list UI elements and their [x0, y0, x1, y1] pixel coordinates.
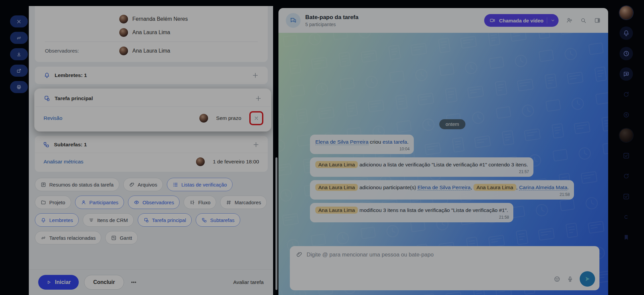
- parent-task-icon: [44, 95, 50, 102]
- letter-c-icon[interactable]: [620, 210, 633, 224]
- refresh-icon[interactable]: [620, 88, 633, 101]
- gantt-icon: [111, 235, 117, 241]
- hash-icon: [226, 200, 232, 205]
- paperclip-icon: [129, 182, 135, 188]
- chat-bubble-icon: [286, 13, 301, 28]
- send-button[interactable]: [580, 271, 595, 287]
- screen: Fernanda Belém Neres Ana Laura Lima Obse…: [0, 0, 644, 295]
- observers-row: Observadores: Ana Laura Lima: [45, 47, 258, 55]
- user-link[interactable]: Elena de Silva Perreira: [417, 185, 471, 191]
- chip-subtarefas[interactable]: Subtarefas: [196, 213, 240, 227]
- slider-left-rail: [10, 15, 28, 93]
- start-task-button[interactable]: Iniciar: [38, 275, 79, 290]
- bell-icon[interactable]: [620, 26, 633, 40]
- user-name-pill[interactable]: Ana Laura Lima: [315, 161, 358, 168]
- user-link[interactable]: Elena de Silva Perreira: [315, 139, 369, 145]
- side-panel-icon[interactable]: [594, 17, 601, 24]
- link-rail-button[interactable]: [10, 32, 28, 44]
- rate-task-link[interactable]: Avaliar tarefa: [233, 279, 264, 285]
- parent-task-header: Tarefa principal: [36, 90, 270, 106]
- status-icon: [41, 182, 46, 188]
- message-input[interactable]: Digite @ para mencionar uma pessoa ou ba…: [290, 246, 599, 290]
- task-check-icon[interactable]: [620, 190, 633, 203]
- play-icon: [46, 280, 52, 285]
- user-name-pill[interactable]: Ana Laura Lima: [315, 207, 358, 214]
- send-icon: [584, 275, 591, 283]
- subtasks-header: Subtarefas: 1: [35, 136, 268, 153]
- remove-parent-task-button-highlighted[interactable]: [249, 111, 263, 125]
- chip-participantes[interactable]: Participantes: [75, 196, 124, 209]
- add-reminder-button[interactable]: [252, 72, 259, 79]
- reminders-section[interactable]: Lembretes: 1: [35, 67, 268, 84]
- observer-name[interactable]: Ana Laura Lima: [132, 48, 170, 54]
- chip-marcadores[interactable]: Marcadores: [220, 196, 267, 209]
- chat-message: Ana Laura Lima adicionou a lista de veri…: [310, 157, 533, 177]
- flow-icon: [189, 200, 195, 205]
- subtask-link[interactable]: Analisar métricas: [44, 159, 83, 165]
- refresh-icon[interactable]: [620, 169, 633, 183]
- print-icon: [16, 84, 22, 90]
- chip-projeto[interactable]: Projeto: [35, 196, 71, 209]
- scrollbar-thumb[interactable]: [275, 157, 277, 290]
- chevron-down-icon[interactable]: [551, 18, 555, 23]
- message-time: 21:58: [560, 192, 570, 198]
- add-parent-task-button[interactable]: [255, 95, 262, 102]
- participant-name: Fernanda Belém Neres: [132, 16, 188, 22]
- chip-resumos-do-status-da-tarefa[interactable]: Resumos do status da tarefa: [35, 178, 119, 191]
- chip-observadores[interactable]: Observadores: [128, 196, 180, 209]
- emoji-icon[interactable]: [554, 276, 561, 283]
- subtask-row: Analisar métricas 1 de fevereiro 18:00: [35, 153, 268, 172]
- date-pill[interactable]: ontem: [439, 119, 465, 129]
- message-link[interactable]: esta tarefa: [383, 139, 407, 145]
- chat-messages: ontem Elena de Silva Perreira criou esta…: [310, 119, 595, 226]
- avatar[interactable]: [620, 129, 633, 142]
- message-text: adicionou a lista de verificação "Lista …: [358, 162, 528, 167]
- messenger-right-rail: [608, 0, 644, 295]
- video-call-button[interactable]: Chamada de vídeo: [484, 14, 559, 27]
- bookmark-icon[interactable]: [620, 231, 633, 244]
- download-icon: [16, 52, 22, 57]
- chip-gantt[interactable]: Gantt: [105, 231, 138, 244]
- add-subtask-button[interactable]: [252, 141, 260, 148]
- plus-circle-icon[interactable]: [620, 108, 633, 122]
- avatar[interactable]: [620, 6, 633, 19]
- more-actions-button[interactable]: [131, 279, 137, 285]
- print-rail-button[interactable]: [10, 81, 28, 93]
- date-divider: ontem: [310, 119, 595, 129]
- search-icon[interactable]: [580, 17, 587, 24]
- external-rail-button[interactable]: [10, 65, 28, 77]
- parent-task-link[interactable]: Revisão: [44, 115, 62, 121]
- person-icon: [81, 200, 86, 205]
- add-person-icon[interactable]: [566, 17, 573, 24]
- chip-tarefa-principal[interactable]: Tarefa principal: [138, 213, 192, 227]
- chip-lembretes[interactable]: Lembretes: [35, 213, 79, 227]
- attach-icon[interactable]: [296, 251, 303, 258]
- chip-tarefas-relacionadas[interactable]: Tarefas relacionadas: [35, 231, 101, 244]
- chip-fluxo[interactable]: Fluxo: [184, 196, 216, 209]
- history-icon[interactable]: [620, 47, 633, 60]
- chip-itens-de-crm[interactable]: Itens de CRM: [83, 213, 134, 227]
- user-name-pill[interactable]: Ana Laura Lima: [315, 184, 358, 191]
- subtasks-icon: [43, 141, 50, 148]
- task-check-icon[interactable]: [620, 149, 633, 162]
- mic-icon[interactable]: [567, 276, 574, 283]
- participant-row[interactable]: Ana Laura Lima: [45, 28, 258, 37]
- chip-listas-de-verifica-o[interactable]: Listas de verificação: [167, 178, 233, 191]
- user-link[interactable]: Carina Almeida Mata: [519, 185, 567, 191]
- user-name-pill[interactable]: Ana Laura Lima: [473, 184, 516, 191]
- message-text: ,: [516, 185, 519, 190]
- parent-task-icon: [143, 217, 149, 223]
- participant-row[interactable]: Fernanda Belém Neres: [45, 15, 258, 23]
- task-section-chips: Resumos do status da tarefaArquivosLista…: [35, 178, 271, 244]
- complete-task-button[interactable]: Concluir: [84, 275, 124, 290]
- participant-name: Ana Laura Lima: [132, 29, 170, 35]
- funnel-icon: [88, 217, 94, 223]
- chip-arquivos[interactable]: Arquivos: [123, 178, 163, 191]
- close-rail-button[interactable]: [10, 15, 28, 27]
- avatar: [119, 47, 128, 55]
- bell-icon: [41, 217, 46, 223]
- download-rail-button[interactable]: [10, 48, 28, 60]
- chat-transfer-icon[interactable]: [620, 67, 633, 81]
- task-details-panel: Fernanda Belém Neres Ana Laura Lima Obse…: [29, 6, 273, 295]
- checklist-icon: [173, 182, 178, 188]
